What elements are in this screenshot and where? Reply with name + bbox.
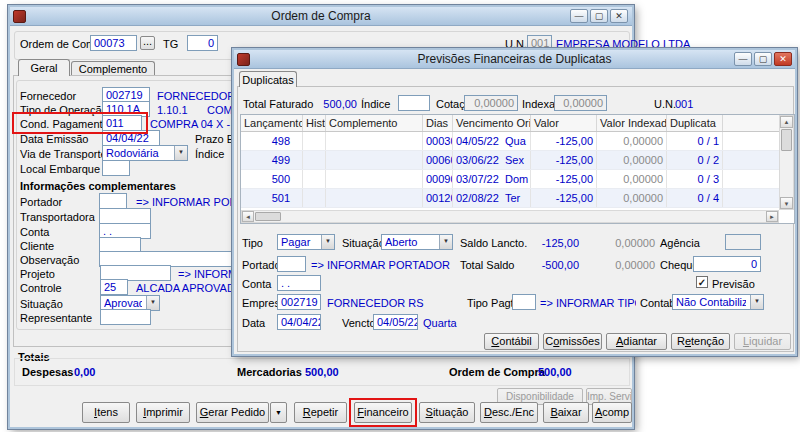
scroll-right-icon[interactable]: ►: [766, 211, 778, 222]
tg-field[interactable]: 0: [187, 35, 218, 51]
data-label: Data: [242, 317, 265, 329]
cell-lancamento: 500: [241, 170, 303, 188]
chevron-down-icon[interactable]: ▼: [174, 146, 187, 160]
chevron-down-icon[interactable]: ▼: [321, 235, 334, 249]
liquidar-button[interactable]: Liquidar: [734, 333, 791, 350]
repetir-button[interactable]: Repetir: [294, 402, 347, 423]
cell-dias: 00120: [423, 189, 453, 207]
col-lancamento[interactable]: Lançamento: [241, 115, 303, 131]
portador-field-front[interactable]: [277, 256, 306, 272]
col-valor-indexado[interactable]: Valor Indexado: [597, 115, 667, 131]
representante-label: Representante: [20, 312, 92, 324]
col-valor[interactable]: Valor: [531, 115, 597, 131]
comissoes-button[interactable]: Comissões: [543, 333, 602, 350]
situacao-dropdown-front[interactable]: Aberto ▼: [381, 234, 453, 250]
tipo-value: Pagar: [281, 236, 317, 248]
cell-complemento: [326, 189, 423, 207]
data-emissao-field[interactable]: 04/04/22: [102, 130, 160, 146]
via-transporte-dropdown[interactable]: Rodoviária ▼: [102, 145, 188, 161]
cell-dias: 00060: [423, 151, 453, 169]
situacao-button[interactable]: Situação: [419, 402, 475, 423]
empresa-field[interactable]: 002719: [277, 294, 321, 310]
baixar-button[interactable]: Baixar: [543, 402, 589, 423]
tab-duplicatas[interactable]: Duplicatas: [239, 71, 297, 87]
col-hist[interactable]: Hist.: [303, 115, 326, 131]
table-row[interactable]: 501 00120 02/08/22 Ter -125,00 0,00000 0…: [241, 189, 794, 208]
col-complemento[interactable]: Complemento: [326, 115, 423, 131]
cell-duplicata: 0 / 4: [667, 189, 723, 207]
local-embarque-field[interactable]: [102, 160, 130, 176]
data-field[interactable]: 04/04/22: [277, 314, 321, 330]
cell-lancamento: 499: [241, 151, 303, 169]
representante-field[interactable]: [100, 309, 151, 325]
tipo-dropdown[interactable]: Pagar ▼: [277, 234, 335, 250]
acomp-button[interactable]: Acomp: [592, 402, 632, 423]
itens-button[interactable]: Itens: [82, 402, 130, 423]
conta-field-front[interactable]: . .: [277, 275, 321, 291]
vencto-field[interactable]: 04/05/22: [373, 314, 418, 330]
chevron-down-icon[interactable]: ▼: [439, 235, 452, 249]
tab-geral[interactable]: Geral: [18, 59, 70, 76]
imprimir-button[interactable]: Imprimir: [136, 402, 190, 423]
vertical-scrollbar[interactable]: ▲ ▼: [779, 115, 794, 210]
vencto-dow: Quarta: [423, 317, 457, 329]
col-duplicata[interactable]: Duplicata: [667, 115, 723, 131]
gerar-pedido-dropdown-icon[interactable]: ▼: [270, 402, 287, 423]
scroll-up-icon[interactable]: ▲: [780, 116, 793, 128]
col-vencimento[interactable]: Vencimento Orig.: [453, 115, 531, 131]
indice-field[interactable]: [398, 95, 430, 111]
contab-dropdown[interactable]: Não Contabilizar ▼: [672, 294, 764, 310]
portador-field[interactable]: [99, 193, 127, 209]
cell-valor-indexado: 0,00000: [597, 151, 667, 169]
retencao-button[interactable]: Retenção: [671, 333, 730, 350]
cell-valor: -125,00: [531, 170, 597, 188]
cell-filler: [723, 151, 778, 169]
close-icon[interactable]: ✕: [774, 52, 792, 66]
scroll-down-icon[interactable]: ▼: [780, 197, 793, 209]
controle-field[interactable]: 25: [100, 279, 128, 295]
ordem-total-label: Ordem de Compra: [449, 366, 545, 378]
table-row[interactable]: 498 00030 04/05/22 Qua -125,00 0,00000 0…: [241, 132, 794, 151]
cell-lancamento: 498: [241, 132, 303, 150]
indice-label: Índice: [361, 98, 390, 110]
duplicatas-table: Lançamento Hist. Complemento Dias Vencim…: [240, 114, 795, 224]
total-saldo-value: -500,00: [519, 259, 579, 271]
horizontal-scroll-thumb[interactable]: [255, 212, 281, 221]
minimize-icon[interactable]: —: [734, 52, 752, 66]
cond-pagamento-field[interactable]: 011: [102, 115, 142, 131]
chevron-down-icon[interactable]: ▼: [146, 296, 159, 310]
desc-enc-button[interactable]: Desc./Enc: [480, 402, 538, 423]
close-icon[interactable]: ✕: [610, 9, 628, 23]
chevron-down-icon[interactable]: ▼: [750, 295, 763, 309]
previsao-checkbox[interactable]: ✓: [696, 276, 708, 288]
transportadora-field[interactable]: [99, 208, 151, 224]
cheque-field[interactable]: 0: [693, 256, 761, 272]
despesas-value: 0,00: [74, 366, 95, 378]
scroll-left-icon[interactable]: ◄: [242, 211, 254, 222]
gerar-pedido-button[interactable]: Gerar Pedido: [196, 402, 269, 423]
titlebar-previsoes[interactable]: Previsões Financeiras de Duplicatas — ▢ …: [234, 50, 795, 69]
situacao-label-back: Situação: [20, 298, 63, 310]
horizontal-scrollbar[interactable]: ◄ ►: [241, 210, 779, 223]
financeiro-button[interactable]: Financeiro: [354, 402, 412, 423]
order-number-field[interactable]: 00073: [90, 35, 137, 51]
titlebar-ordem-de-compra[interactable]: Ordem de Compra — ▢ ✕: [10, 7, 632, 26]
table-row[interactable]: 499 00060 03/06/22 Sex -125,00 0,00000 0…: [241, 151, 794, 170]
tipo-pagto-field[interactable]: [512, 294, 536, 310]
vertical-scroll-thumb[interactable]: [781, 129, 792, 151]
maximize-icon[interactable]: ▢: [590, 9, 608, 23]
adiantar-button[interactable]: Adiantar: [606, 333, 667, 350]
cell-lancamento: 501: [241, 189, 303, 207]
minimize-icon[interactable]: —: [570, 9, 588, 23]
maximize-icon[interactable]: ▢: [754, 52, 772, 66]
tab-complemento[interactable]: Complemento: [71, 61, 155, 76]
cell-vencimento: 02/08/22 Ter: [453, 189, 531, 207]
contabil-button[interactable]: Contábil: [484, 333, 539, 350]
table-row[interactable]: 500 00090 03/07/22 Dom -125,00 0,00000 0…: [241, 170, 794, 189]
order-browse-button[interactable]: ...: [140, 36, 155, 50]
tipo-operacao-code: 1.10.1: [157, 104, 188, 116]
col-dias[interactable]: Dias: [423, 115, 453, 131]
situacao-label-front: Situação: [342, 237, 385, 249]
ordem-total-value: 500,00: [538, 366, 572, 378]
section-informacoes: Informações complementares: [20, 180, 176, 192]
